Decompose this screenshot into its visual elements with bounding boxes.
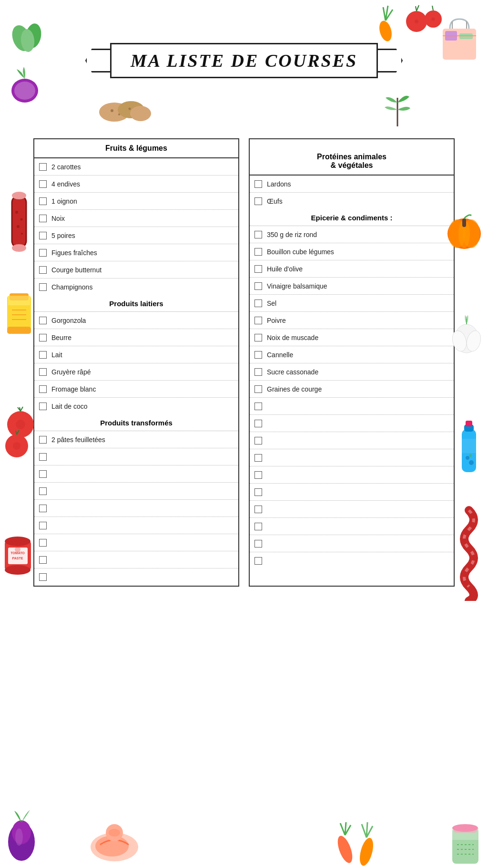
list-item: 1 oignon bbox=[34, 193, 238, 210]
list-item: Œufs bbox=[250, 193, 454, 210]
list-item: Figues fraîches bbox=[34, 244, 238, 261]
checkbox[interactable] bbox=[254, 334, 262, 341]
checkbox[interactable] bbox=[39, 556, 47, 564]
checkbox[interactable] bbox=[39, 197, 47, 205]
checkbox[interactable] bbox=[254, 506, 262, 513]
checkbox[interactable] bbox=[254, 557, 262, 565]
deco-eggplant bbox=[2, 801, 41, 865]
checkbox[interactable] bbox=[254, 488, 262, 496]
checkbox[interactable] bbox=[254, 437, 262, 444]
list-item: Poivre bbox=[250, 312, 454, 329]
list-item: Vinaigre balsamique bbox=[250, 278, 454, 295]
list-item: 350 g de riz rond bbox=[250, 226, 454, 243]
list-item: 2 carottes bbox=[34, 158, 238, 176]
checkbox[interactable] bbox=[39, 232, 47, 239]
checkbox[interactable] bbox=[254, 368, 262, 376]
svg-line-84 bbox=[340, 823, 345, 835]
list-item: Champignons bbox=[34, 279, 238, 296]
checkbox[interactable] bbox=[39, 180, 47, 188]
svg-line-88 bbox=[362, 824, 366, 837]
list-item: Lardons bbox=[250, 176, 454, 193]
list-item bbox=[250, 535, 454, 552]
checkbox[interactable] bbox=[254, 420, 262, 427]
checkbox[interactable] bbox=[254, 403, 262, 410]
right-column: Protéines animales & végétales Lardons Œ… bbox=[249, 138, 455, 587]
checkbox[interactable] bbox=[254, 471, 262, 479]
checkbox[interactable] bbox=[254, 523, 262, 530]
checkbox[interactable] bbox=[254, 282, 262, 290]
fruits-legumes-section: 2 carottes 4 endives 1 oignon Noix 5 poi… bbox=[34, 158, 238, 296]
checkbox[interactable] bbox=[254, 385, 262, 393]
checkbox[interactable] bbox=[254, 248, 262, 256]
svg-line-90 bbox=[366, 826, 373, 837]
svg-rect-92 bbox=[454, 826, 477, 833]
svg-point-76 bbox=[8, 823, 35, 861]
checkbox[interactable] bbox=[39, 283, 47, 291]
checkbox[interactable] bbox=[39, 453, 47, 461]
list-item bbox=[250, 501, 454, 518]
svg-line-86 bbox=[345, 825, 351, 835]
list-item: Noix bbox=[34, 210, 238, 227]
checkbox[interactable] bbox=[39, 403, 47, 410]
list-item bbox=[250, 552, 454, 569]
list-item bbox=[250, 432, 454, 449]
checkbox[interactable] bbox=[254, 317, 262, 324]
checkbox[interactable] bbox=[39, 368, 47, 376]
checkbox[interactable] bbox=[254, 197, 262, 205]
produits-laitiers-section: Gorgonzola Beurre Lait Gruyère râpé From… bbox=[34, 312, 238, 415]
list-item bbox=[34, 517, 238, 534]
epicerie-section: 350 g de riz rond Bouillon cube légumes … bbox=[250, 226, 454, 569]
svg-point-80 bbox=[95, 836, 129, 857]
list-item bbox=[250, 484, 454, 501]
list-item: Cannelle bbox=[250, 346, 454, 363]
list-item: 2 pâtes feuilletées bbox=[34, 431, 238, 448]
list-item: Graines de courge bbox=[250, 381, 454, 398]
checkbox[interactable] bbox=[39, 436, 47, 444]
checkbox[interactable] bbox=[39, 215, 47, 222]
proteines-section: Lardons Œufs bbox=[250, 176, 454, 210]
checkbox[interactable] bbox=[254, 540, 262, 548]
svg-point-83 bbox=[335, 834, 355, 865]
checkbox[interactable] bbox=[39, 470, 47, 478]
produits-transformes-header: Produits transformés bbox=[34, 415, 238, 431]
checkbox[interactable] bbox=[254, 265, 262, 273]
deco-carrots-bottom bbox=[326, 818, 388, 868]
checkbox[interactable] bbox=[39, 249, 47, 257]
checkbox[interactable] bbox=[39, 334, 47, 341]
checkbox[interactable] bbox=[39, 522, 47, 529]
list-item bbox=[34, 568, 238, 586]
page-title: MA LISTE DE COURSES bbox=[131, 51, 357, 71]
checkbox[interactable] bbox=[39, 505, 47, 512]
bottom-spacer bbox=[0, 587, 488, 644]
checkbox[interactable] bbox=[39, 573, 47, 581]
produits-laitiers-header: Produits laitiers bbox=[34, 296, 238, 312]
right-column-header: Protéines animales & végétales bbox=[250, 139, 454, 176]
page: TOMATO PASTE bbox=[0, 0, 488, 868]
checkbox[interactable] bbox=[254, 300, 262, 307]
list-item bbox=[34, 500, 238, 517]
produits-transformes-section: 2 pâtes feuilletées bbox=[34, 431, 238, 586]
checkbox[interactable] bbox=[39, 385, 47, 393]
list-item: 4 endives bbox=[34, 176, 238, 193]
checkbox[interactable] bbox=[254, 231, 262, 238]
checkbox[interactable] bbox=[39, 317, 47, 324]
svg-line-89 bbox=[366, 822, 367, 837]
checkbox[interactable] bbox=[39, 539, 47, 547]
list-item bbox=[250, 398, 454, 415]
checkbox[interactable] bbox=[39, 266, 47, 274]
list-item: Lait bbox=[34, 346, 238, 363]
list-item bbox=[34, 534, 238, 551]
list-item bbox=[34, 448, 238, 465]
list-item: Gruyère râpé bbox=[34, 363, 238, 381]
checkbox[interactable] bbox=[39, 487, 47, 495]
deco-meat-bottom bbox=[86, 818, 143, 868]
list-item: Gorgonzola bbox=[34, 312, 238, 329]
epicerie-header: Epicerie & condiments : bbox=[250, 210, 454, 226]
checkbox[interactable] bbox=[254, 180, 262, 188]
checkbox[interactable] bbox=[254, 454, 262, 462]
checkbox[interactable] bbox=[254, 351, 262, 359]
svg-point-79 bbox=[91, 833, 138, 861]
checkbox[interactable] bbox=[39, 351, 47, 359]
list-item: Fromage blanc bbox=[34, 381, 238, 398]
checkbox[interactable] bbox=[39, 163, 47, 171]
